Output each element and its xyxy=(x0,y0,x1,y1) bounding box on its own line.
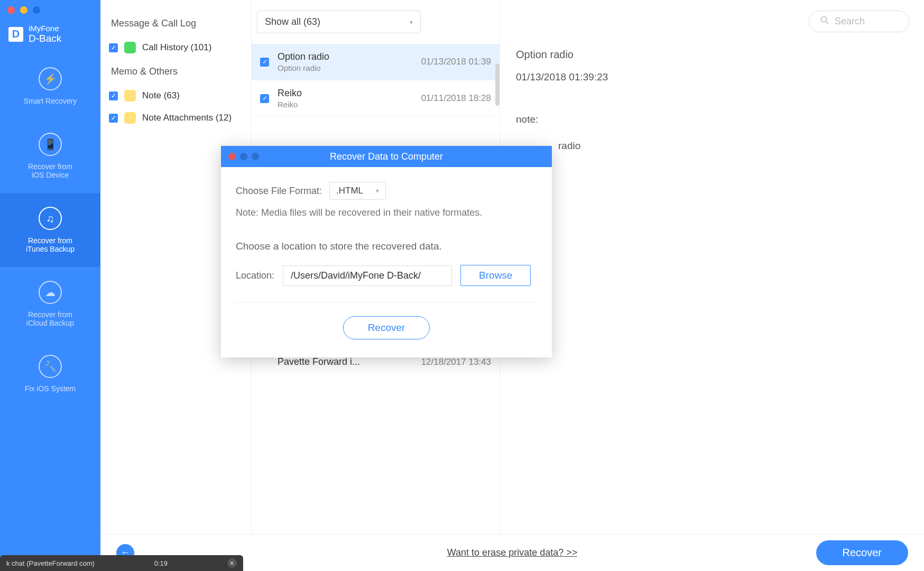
category-label: Note Attachments (12) xyxy=(142,113,232,123)
checkbox-icon[interactable] xyxy=(260,58,269,67)
item-subtitle: Option radio xyxy=(278,63,413,72)
search-input[interactable]: Search xyxy=(809,11,909,32)
divider xyxy=(236,302,537,302)
checkbox-icon[interactable] xyxy=(109,91,118,100)
nav-recover-icloud[interactable]: ☁ Recover from iCloud Backup xyxy=(0,267,100,341)
item-title: Reiko xyxy=(278,88,413,99)
brand: D iMyFone D-Back xyxy=(0,20,100,53)
cloud-download-icon: ☁ xyxy=(39,281,62,304)
checkbox-icon[interactable] xyxy=(260,94,269,103)
note-icon xyxy=(124,112,136,124)
category-label: Call History (101) xyxy=(142,42,211,53)
brand-line2: D-Back xyxy=(29,33,61,44)
scrollbar[interactable] xyxy=(495,63,500,106)
main-nav: ⚡ Smart Recovery 📱 Recover from iOS Devi… xyxy=(0,53,100,407)
nav-label: Recover from iCloud Backup xyxy=(5,310,95,327)
item-date: 01/13/2018 01:39 xyxy=(421,57,491,67)
location-label: Location: xyxy=(236,270,274,281)
browse-button[interactable]: Browse xyxy=(460,265,531,286)
location-input[interactable]: /Users/David/iMyFone D-Back/ xyxy=(283,265,452,286)
detail-body: radio xyxy=(558,140,908,152)
modal-titlebar: Recover Data to Computer xyxy=(221,146,552,167)
category-heading-messages: Message & Call Log xyxy=(100,11,251,36)
item-title: Option radio xyxy=(278,51,413,62)
category-heading-memo: Memo & Others xyxy=(100,59,251,85)
search-icon xyxy=(820,15,829,27)
music-note-icon: ♫ xyxy=(39,207,62,230)
checkbox-icon[interactable] xyxy=(109,43,118,52)
nav-label: Smart Recovery xyxy=(5,97,95,105)
format-hint: Note: Media files will be recovered in t… xyxy=(236,207,537,218)
erase-link[interactable]: Want to erase private data? >> xyxy=(447,547,577,558)
search-placeholder: Search xyxy=(835,16,865,27)
recover-button[interactable]: Recover xyxy=(816,540,908,565)
choose-format-label: Choose File Format: xyxy=(236,186,322,197)
nav-fix-ios[interactable]: 🔧 Fix iOS System xyxy=(0,341,100,407)
sidebar: D iMyFone D-Back ⚡ Smart Recovery 📱 Reco… xyxy=(0,0,100,571)
item-date: 12/18/2017 13:43 xyxy=(421,357,491,367)
player-time: 0:19 xyxy=(154,559,168,567)
video-player-bar[interactable]: k chat (PavetteForward com) 0:19 ✕ xyxy=(0,555,243,571)
nav-label: Fix iOS System xyxy=(5,384,95,393)
chevron-down-icon: ▾ xyxy=(410,19,413,26)
category-call-history[interactable]: Call History (101) xyxy=(100,36,251,59)
detail-title: Option radio xyxy=(516,49,908,61)
nav-label: Recover from iTunes Backup xyxy=(5,236,95,253)
minimize-window-icon[interactable] xyxy=(20,6,27,14)
location-prompt: Choose a location to store the recovered… xyxy=(236,241,537,252)
wrench-icon: 🔧 xyxy=(39,355,62,378)
svg-line-1 xyxy=(826,21,828,24)
nav-recover-ios[interactable]: 📱 Recover from iOS Device xyxy=(0,119,100,193)
lightning-icon: ⚡ xyxy=(39,67,62,90)
modal-title: Recover Data to Computer xyxy=(221,151,552,162)
nav-smart-recovery[interactable]: ⚡ Smart Recovery xyxy=(0,53,100,119)
close-player-icon[interactable]: ✕ xyxy=(227,558,237,568)
nav-recover-itunes[interactable]: ♫ Recover from iTunes Backup xyxy=(0,193,100,267)
recover-modal: Recover Data to Computer Choose File For… xyxy=(221,146,552,357)
svg-point-0 xyxy=(821,16,827,22)
maximize-window-icon[interactable] xyxy=(33,6,40,14)
category-label: Note (63) xyxy=(142,90,180,101)
brand-logo-icon: D xyxy=(8,27,23,42)
item-subtitle: Reiko xyxy=(278,100,413,109)
detail-date: 01/13/2018 01:39:23 xyxy=(516,71,908,83)
format-dropdown[interactable]: .HTML ▾ xyxy=(329,182,386,200)
chevron-down-icon: ▾ xyxy=(376,187,379,195)
phone-icon: 📱 xyxy=(39,133,62,156)
filter-label: Show all (63) xyxy=(265,16,320,27)
detail-panel: Search Option radio 01/13/2018 01:39:23 … xyxy=(500,0,924,571)
nav-label: Recover from iOS Device xyxy=(5,162,95,179)
brand-line1: iMyFone xyxy=(29,24,61,33)
list-item[interactable]: Reiko Reiko 01/11/2018 18:28 xyxy=(252,80,500,117)
window-controls xyxy=(0,0,100,20)
note-icon xyxy=(124,90,136,102)
player-title: k chat (PavetteForward com) xyxy=(6,559,95,567)
close-window-icon[interactable] xyxy=(7,6,15,14)
item-title: Pavette Forward i... xyxy=(278,356,413,367)
item-date: 01/11/2018 18:28 xyxy=(421,93,491,104)
detail-note-label: note: xyxy=(516,114,908,125)
list-item[interactable]: Option radio Option radio 01/13/2018 01:… xyxy=(252,44,500,80)
filter-dropdown[interactable]: Show all (63) ▾ xyxy=(257,11,421,33)
format-value: .HTML xyxy=(336,186,363,196)
checkbox-icon[interactable] xyxy=(109,114,118,123)
category-note-attachments[interactable]: Note Attachments (12) xyxy=(100,107,251,129)
phone-app-icon xyxy=(124,42,136,53)
category-note[interactable]: Note (63) xyxy=(100,85,251,107)
modal-recover-button[interactable]: Recover xyxy=(343,316,430,339)
